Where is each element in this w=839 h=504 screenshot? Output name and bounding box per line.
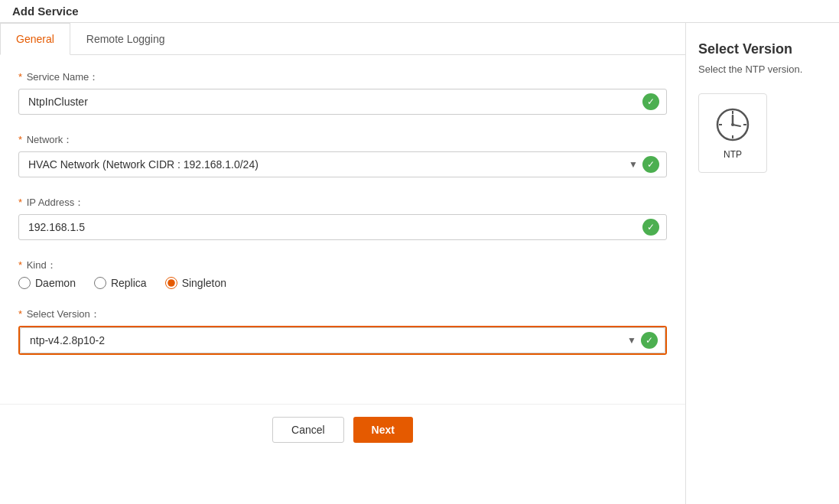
- kind-replica-label: Replica: [111, 277, 147, 289]
- side-panel-description: Select the NTP version.: [698, 63, 827, 75]
- tab-remote-logging[interactable]: Remote Logging: [70, 23, 181, 55]
- svg-line-7: [733, 125, 740, 126]
- version-valid-icon: ✓: [641, 332, 658, 349]
- kind-singleton-radio[interactable]: [165, 277, 177, 289]
- network-select[interactable]: HVAC Network (Network CIDR : 192.168.1.0…: [18, 151, 667, 177]
- next-button[interactable]: Next: [353, 417, 413, 443]
- required-star-version: *: [18, 308, 22, 320]
- kind-label: * Kind：: [18, 259, 667, 272]
- required-star-ip: *: [18, 197, 22, 208]
- service-name-valid-icon: ✓: [642, 93, 659, 110]
- kind-daemon-label: Daemon: [35, 277, 76, 289]
- service-name-label: * Service Name：: [18, 70, 667, 84]
- form-body: * Service Name： ✓ * Network： HVAC Networ…: [0, 55, 685, 389]
- ip-address-input-wrapper: ✓: [18, 214, 667, 240]
- kind-group: * Kind： Daemon Replica Singleton: [18, 259, 667, 289]
- ntp-label: NTP: [724, 149, 742, 160]
- kind-replica-radio[interactable]: [94, 277, 106, 289]
- cancel-button[interactable]: Cancel: [272, 417, 344, 443]
- kind-daemon-radio[interactable]: [18, 277, 31, 289]
- ntp-icon-box: NTP: [698, 93, 767, 173]
- kind-daemon-option[interactable]: Daemon: [18, 277, 76, 289]
- network-label: * Network：: [18, 133, 667, 147]
- form-section: General Remote Logging * Service Name： ✓…: [0, 23, 686, 504]
- ip-address-group: * IP Address： ✓: [18, 196, 667, 240]
- kind-options: Daemon Replica Singleton: [18, 277, 667, 289]
- network-group: * Network： HVAC Network (Network CIDR : …: [18, 133, 667, 177]
- network-select-wrapper: HVAC Network (Network CIDR : 192.168.1.0…: [18, 151, 667, 177]
- required-star-service: *: [18, 71, 22, 83]
- select-version-label: * Select Version：: [18, 307, 667, 321]
- ip-valid-icon: ✓: [642, 219, 659, 236]
- select-version-wrapper: ntp-v4.2.8p10-2 ntp-v4.2.8p10-1 ntp-v4.2…: [18, 326, 667, 355]
- service-name-group: * Service Name： ✓: [18, 70, 667, 115]
- ip-address-input[interactable]: [18, 214, 667, 240]
- required-star-kind: *: [18, 259, 22, 271]
- side-panel: Select Version Select the NTP version. N…: [686, 23, 839, 504]
- kind-singleton-label: Singleton: [182, 277, 226, 289]
- required-star-network: *: [18, 134, 22, 145]
- tabs-container: General Remote Logging: [0, 23, 685, 55]
- network-valid-icon: ✓: [642, 156, 659, 173]
- service-name-input[interactable]: [18, 89, 667, 115]
- kind-replica-option[interactable]: Replica: [94, 277, 147, 289]
- kind-singleton-option[interactable]: Singleton: [165, 277, 226, 289]
- ip-address-label: * IP Address：: [18, 196, 667, 210]
- page-title: Add Service: [12, 5, 79, 18]
- ntp-clock-icon: [714, 106, 751, 143]
- select-version-group: * Select Version： ntp-v4.2.8p10-2 ntp-v4…: [18, 307, 667, 355]
- select-version-select[interactable]: ntp-v4.2.8p10-2 ntp-v4.2.8p10-1 ntp-v4.2…: [20, 327, 665, 353]
- tab-general[interactable]: General: [0, 23, 70, 55]
- page-header: Add Service: [0, 0, 839, 23]
- footer-actions: Cancel Next: [0, 404, 685, 455]
- side-panel-title: Select Version: [698, 41, 827, 57]
- service-name-input-wrapper: ✓: [18, 89, 667, 115]
